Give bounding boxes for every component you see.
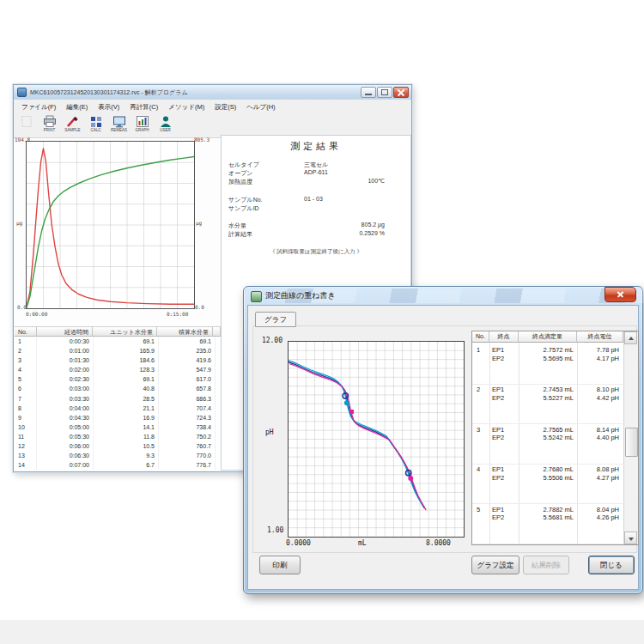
column-header[interactable]: ユニット水分量 bbox=[93, 327, 157, 337]
table-row[interactable]: 130:06:309.3770.0 bbox=[15, 451, 221, 460]
tab-graph[interactable]: グラフ bbox=[255, 312, 296, 327]
menu-item[interactable]: 再計算(C) bbox=[125, 100, 163, 114]
menu-item[interactable]: ヘルプ(H) bbox=[241, 100, 280, 114]
menu-item[interactable]: 編集(E) bbox=[61, 100, 93, 114]
main-window-titlebar[interactable]: MKC61005723124520130301174312.rvc - 解析プロ… bbox=[14, 85, 411, 100]
result-label: サンプルID bbox=[228, 204, 259, 213]
back-icon bbox=[20, 115, 33, 128]
ep-column-header[interactable]: 終点滴定量 bbox=[519, 331, 577, 343]
monitor-toolbar-button[interactable]: REMEAS bbox=[108, 115, 130, 136]
toolbar-caption: REMEAS bbox=[111, 128, 127, 132]
ep-table-scrollbar[interactable] bbox=[623, 331, 638, 544]
table-cell: 9.3 bbox=[94, 451, 159, 460]
table-row[interactable]: 80:04:0021.1707.4 bbox=[15, 404, 221, 413]
table-cell: 16.9 bbox=[94, 413, 159, 422]
table-cell: 0:06:30 bbox=[37, 451, 94, 460]
ep-volume-value: 5.5695 mL bbox=[520, 355, 574, 362]
dialog-title: 測定曲線の重ね書き bbox=[265, 290, 336, 301]
table-cell: 4 bbox=[15, 365, 37, 374]
table-row[interactable]: 40:02:00128.3547.9 bbox=[15, 365, 221, 374]
close-icon[interactable] bbox=[393, 87, 409, 98]
ep-line: EP25.5681 mL4.26 pH bbox=[472, 513, 624, 521]
table-row[interactable]: 110:05:3011.8750.2 bbox=[15, 432, 221, 441]
ep-group-row[interactable]: 1EP12.7572 mL7.78 pHEP25.5695 mL4.17 pH bbox=[472, 344, 624, 385]
ep-endpoint-name: EP1 bbox=[492, 346, 504, 354]
user-toolbar-button[interactable]: USER bbox=[155, 115, 176, 136]
table-row[interactable]: 120:06:0010.5760.7 bbox=[15, 441, 221, 451]
dlg-y-label: pH bbox=[265, 428, 274, 436]
ep-line: EP25.5242 mL4.40 pH bbox=[472, 434, 624, 441]
table-row[interactable]: 100:05:0014.1738.4 bbox=[15, 422, 221, 432]
table-row[interactable]: 90:04:3016.9724.3 bbox=[15, 413, 221, 422]
x-axis-end: 0:15:00 bbox=[167, 311, 188, 317]
scrollbar-thumb[interactable] bbox=[625, 428, 638, 457]
table-row[interactable]: 70:03:3028.5686.3 bbox=[15, 394, 221, 404]
ep-volume-value: 5.5681 mL bbox=[520, 513, 574, 521]
ep-column-header[interactable]: No. bbox=[472, 331, 489, 343]
sample-pen-toolbar-button[interactable]: SAMPLE bbox=[62, 115, 83, 136]
scroll-down-icon[interactable] bbox=[624, 532, 637, 544]
dialog-close-icon[interactable] bbox=[605, 287, 636, 302]
ep-line: EP12.7680 mL8.08 pH bbox=[472, 465, 624, 473]
close-dialog-button[interactable]: 閉じる bbox=[588, 556, 635, 574]
ep-group-row[interactable]: 2EP12.7453 mL8.10 pHEP25.5227 mL4.42 pH bbox=[472, 384, 624, 424]
menu-item[interactable]: 表示(V) bbox=[93, 100, 125, 114]
ep-line: EP12.7882 mL8.04 pH bbox=[472, 506, 624, 513]
ep-line: EP25.5695 mL4.17 pH bbox=[472, 355, 624, 362]
left-axis-unit: μg bbox=[16, 220, 22, 226]
ep-column-header[interactable]: 終点電位 bbox=[577, 331, 623, 343]
calc-grid-icon bbox=[89, 115, 103, 128]
ep-potential-value: 8.14 pH bbox=[577, 426, 619, 434]
ep-potential-value: 4.40 pH bbox=[577, 434, 619, 441]
result-value: 100℃ bbox=[368, 178, 385, 185]
table-cell: 6.7 bbox=[94, 460, 159, 470]
menu-item[interactable]: 設定(S) bbox=[210, 100, 241, 114]
table-row[interactable]: 20:01:00165.9235.0 bbox=[15, 346, 221, 355]
ep-volume-value: 2.7680 mL bbox=[520, 465, 574, 473]
table-cell: 128.3 bbox=[94, 365, 159, 374]
minimize-icon[interactable] bbox=[361, 87, 376, 98]
graph-settings-button[interactable]: グラフ設定 bbox=[471, 556, 519, 574]
ep-potential-value: 4.17 pH bbox=[577, 355, 619, 362]
print-button[interactable]: 印刷 bbox=[259, 556, 301, 574]
measurement-table[interactable]: No.経過時間ユニット水分量積算水分量10:00:3069.169.120:01… bbox=[15, 326, 221, 471]
table-row[interactable]: 10:00:3069.169.1 bbox=[15, 337, 221, 346]
results-title: 測定結果 bbox=[222, 140, 410, 153]
result-value: 01 - 03 bbox=[304, 196, 323, 202]
maximize-icon[interactable] bbox=[377, 87, 392, 98]
table-cell: 69.1 bbox=[94, 374, 159, 384]
column-header[interactable]: 積算水分量 bbox=[157, 327, 213, 337]
ep-potential-value: 4.27 pH bbox=[577, 474, 619, 482]
column-header[interactable]: 経過時間 bbox=[37, 327, 93, 337]
delete-results-button[interactable]: 結果削除 bbox=[523, 556, 569, 574]
table-row[interactable]: 30:01:30184.6419.6 bbox=[15, 355, 221, 365]
table-row[interactable]: 60:03:0040.8657.8 bbox=[15, 384, 221, 393]
ep-line: EP12.7565 mL8.14 pH bbox=[472, 426, 624, 434]
calc-grid-toolbar-button[interactable]: CALC bbox=[85, 115, 106, 136]
ep-group-row[interactable]: 4EP12.7680 mL8.08 pHEP25.5506 mL4.27 pH bbox=[472, 464, 624, 504]
table-cell: 776.7 bbox=[159, 460, 216, 470]
ep-endpoint-name: EP2 bbox=[492, 355, 504, 362]
scroll-up-icon[interactable] bbox=[624, 331, 637, 344]
column-header[interactable]: No. bbox=[15, 327, 37, 337]
result-row: 水分量805.2 μg bbox=[228, 222, 385, 230]
ep-line: EP25.5227 mL4.42 pH bbox=[472, 394, 624, 402]
ep-group-row[interactable]: 5EP12.7882 mL8.04 pHEP25.5681 mL4.26 pH bbox=[472, 504, 624, 544]
endpoint-table[interactable]: No.終点終点滴定量終点電位1EP12.7572 mL7.78 pHEP25.5… bbox=[471, 331, 639, 545]
table-row[interactable]: 140:07:006.7776.7 bbox=[15, 460, 221, 470]
result-label: サンプルNo. bbox=[228, 196, 263, 204]
printer-toolbar-button[interactable]: PRINT bbox=[39, 115, 60, 136]
ep-column-header[interactable]: 終点 bbox=[489, 331, 519, 343]
ep-potential-value: 8.04 pH bbox=[577, 506, 619, 513]
result-value: 三電セル bbox=[304, 161, 328, 169]
ep-potential-value: 8.10 pH bbox=[577, 386, 619, 393]
ep-group-row[interactable]: 3EP12.7565 mL8.14 pHEP25.5242 mL4.40 pH bbox=[472, 424, 624, 465]
table-cell: 165.9 bbox=[94, 346, 159, 355]
ep-endpoint-name: EP2 bbox=[492, 513, 504, 521]
result-row: オーブンADP-611 bbox=[228, 169, 385, 178]
table-row[interactable]: 50:02:3069.1617.0 bbox=[15, 374, 221, 384]
back-toolbar-button[interactable] bbox=[15, 115, 37, 136]
menu-item[interactable]: メソッド(M) bbox=[163, 100, 210, 114]
menu-item[interactable]: ファイル(F) bbox=[16, 100, 61, 114]
report-chart-toolbar-button[interactable]: GRAPH bbox=[131, 115, 153, 136]
